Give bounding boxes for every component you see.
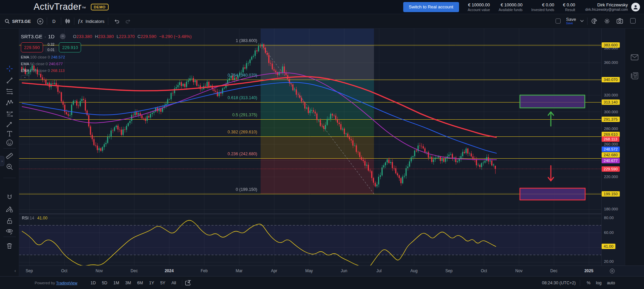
range-button-1d[interactable]: 1D — [87, 279, 99, 287]
quick-trade-button[interactable] — [591, 18, 598, 25]
camera-icon — [616, 18, 623, 24]
toolbar-separator — [587, 17, 588, 25]
crosshair-tool[interactable] — [4, 64, 15, 73]
time-label: Oct — [61, 269, 68, 273]
range-button-1m[interactable]: 1M — [110, 279, 122, 287]
sidebar-divider — [3, 148, 16, 149]
percent-scale-button[interactable]: % — [584, 280, 593, 286]
range-button-5d[interactable]: 5D — [99, 279, 110, 287]
toolbar-separator — [74, 17, 74, 25]
stat-value: € 10000.00 — [468, 2, 490, 7]
undo-button[interactable] — [114, 19, 120, 24]
object-tree-handle[interactable]: › — [0, 156, 4, 166]
log-scale-button[interactable]: log — [593, 280, 604, 286]
avatar[interactable] — [631, 3, 640, 11]
time-label: Jun — [341, 269, 347, 273]
time-label: Apr — [271, 269, 277, 273]
price-label: 360.000 — [602, 60, 618, 65]
price-label: 60.00 — [602, 230, 614, 235]
stat-value: € 0.00 — [563, 2, 575, 7]
xabcd-pattern-icon — [6, 99, 13, 107]
symbol-search[interactable]: SRT3.GE — [5, 19, 31, 24]
fib-retracement-tool[interactable] — [4, 87, 15, 96]
price-axis[interactable]: 383.600380.000360.000340.070320.000313.1… — [601, 29, 625, 276]
clock[interactable]: 08:24:30 (UTC+2) — [542, 281, 575, 285]
sidebar-divider — [3, 237, 16, 237]
interval-button[interactable]: D — [50, 19, 58, 24]
redo-button[interactable] — [125, 19, 131, 24]
horizontal-levels-icon — [6, 88, 13, 95]
range-button-3m[interactable]: 3M — [122, 279, 134, 287]
time-label: Jul — [376, 269, 381, 273]
remove-drawings-tool[interactable] — [4, 241, 15, 250]
price-label: 80.00 — [602, 215, 614, 220]
messages-button[interactable] — [631, 54, 639, 60]
lock-drawings-tool[interactable] — [4, 216, 15, 225]
ohlc-value: 229.590 — [141, 34, 156, 39]
ohlc-key: L — [117, 34, 119, 39]
magnet-tool[interactable] — [4, 193, 15, 201]
chart-style-button[interactable] — [65, 18, 71, 24]
trend-line-icon — [6, 77, 13, 84]
legend-collapse-button[interactable]: ⌃ — [21, 75, 29, 81]
price-label: 220.000 — [602, 174, 618, 179]
range-button-1y[interactable]: 1Y — [146, 279, 157, 287]
zoom-in-tool[interactable] — [4, 162, 15, 171]
timezone-button[interactable] — [609, 268, 615, 274]
date-ranges: 1D5D1M3M6M1Y5YAll — [87, 279, 179, 287]
indicators-button[interactable]: ƒx Indicators — [78, 18, 104, 24]
ema-name: EMA — [21, 62, 29, 66]
layout-grid-button[interactable] — [630, 18, 636, 24]
fx-icon: ƒx — [78, 18, 83, 24]
range-button-6m[interactable]: 6M — [134, 279, 146, 287]
go-to-date-button[interactable] — [185, 280, 191, 286]
app-logo: ActivTrader™ — [34, 2, 86, 12]
save-layout-button[interactable]: Save Save — [566, 17, 576, 25]
arrow-tool[interactable] — [4, 120, 15, 128]
account-stat: € 10000.00 Available funds — [499, 2, 523, 12]
measure-tool[interactable] — [4, 152, 15, 160]
time-axis[interactable]: ‹ SepOctNovDec2024FebMarAprMayJunJulAugS… — [19, 265, 601, 276]
magnet-icon — [6, 193, 13, 201]
save-menu-chevron[interactable] — [580, 20, 584, 22]
price-badge: 291.375 — [602, 117, 620, 122]
range-button-5y[interactable]: 5Y — [157, 279, 168, 287]
text-tool[interactable] — [4, 129, 15, 138]
pattern-tool[interactable] — [4, 98, 15, 107]
account-stat: € 0.00 Invested funds — [531, 2, 554, 12]
ohlc-key: O — [73, 34, 76, 39]
hide-legend-button[interactable]: − — [60, 34, 66, 39]
legend-symbol: SRT3.GE — [21, 34, 42, 39]
account-stats: € 10000.00 Account value€ 10000.00 Avail… — [459, 2, 575, 12]
chart-area: SRT3.GE · 1D − O233.380H233.380L223.370C… — [19, 29, 601, 265]
stay-in-drawing-mode-tool[interactable] — [4, 205, 15, 213]
emoji-tool[interactable] — [4, 138, 15, 147]
projection-tool[interactable] — [4, 109, 15, 118]
eye-icon — [5, 228, 13, 236]
ema-params: 200 close 0 — [30, 69, 51, 73]
switch-to-real-button[interactable]: Switch to Real account — [403, 2, 459, 12]
bottombar-separator — [182, 280, 182, 286]
scroll-left-arrow[interactable]: ‹ — [14, 268, 16, 273]
sell-button[interactable]: 229.590 — [21, 42, 43, 52]
time-label: Mar — [236, 269, 243, 273]
buy-button[interactable]: 229.910 — [59, 42, 81, 52]
settings-button[interactable] — [604, 18, 610, 25]
range-button-all[interactable]: All — [168, 279, 179, 287]
trend-line-tool[interactable] — [4, 76, 15, 85]
hide-drawings-tool[interactable] — [4, 227, 15, 236]
toolbar-separator — [61, 17, 61, 25]
fib-level-label: 0.618 (313.140) — [203, 95, 257, 100]
auto-scale-button[interactable]: auto — [604, 280, 618, 286]
compare-add-button[interactable] — [37, 18, 43, 25]
multichart-checkbox[interactable] — [556, 18, 561, 24]
stat-label: Invested funds — [531, 8, 554, 12]
ohlc-values: O233.380H233.380L223.370C229.590−8.290 (… — [70, 34, 192, 39]
pip-value: 0.01 — [45, 47, 57, 52]
time-label: May — [305, 269, 313, 273]
toolbar-separator — [108, 17, 108, 25]
screenshot-button[interactable] — [616, 18, 623, 24]
tradingview-link[interactable]: TradingView — [56, 281, 77, 285]
news-button[interactable] — [631, 72, 639, 80]
price-badge: 240.677 — [602, 158, 620, 163]
